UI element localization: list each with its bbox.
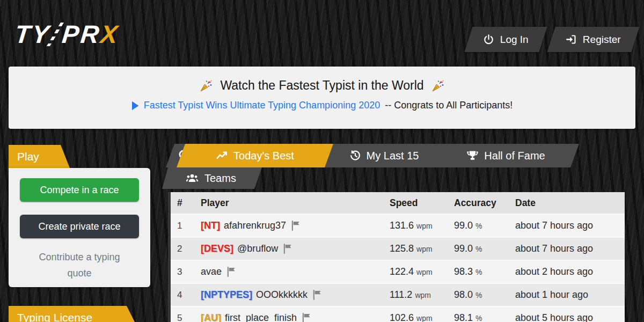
table-body: 1[NT]afahrenkrug37131.6wpm99.0%about 7 h… bbox=[171, 215, 625, 322]
team-tag: [NPTYPES] bbox=[201, 289, 252, 301]
chart-line-icon bbox=[216, 150, 228, 162]
page: TYPRX Log In Register bbox=[0, 0, 644, 322]
accuracy-value: 99.0 bbox=[454, 243, 473, 254]
leaderboard-table: # Player Speed Accuracy Date 1[NT]afahre… bbox=[168, 192, 625, 322]
rank-cell: 5 bbox=[177, 313, 201, 322]
play-card: Compete in a race Create private race Co… bbox=[9, 168, 150, 287]
player-name-link[interactable]: first_place_finish bbox=[225, 312, 297, 322]
rank-cell: 4 bbox=[177, 290, 201, 301]
accuracy-value: 99.0 bbox=[454, 220, 473, 231]
team-tag: [DEVS] bbox=[201, 243, 233, 254]
tab-hall-of-fame[interactable]: Hall of Fame bbox=[453, 144, 558, 167]
speed-cell: 122.4wpm bbox=[390, 266, 454, 277]
register-button[interactable]: Register bbox=[547, 27, 640, 52]
speed-value: 102.6 bbox=[390, 312, 414, 322]
player-cell: [AU]first_place_finish bbox=[201, 312, 390, 322]
announcement-banner: Watch the Fastest Typist in the World Fa… bbox=[9, 67, 635, 129]
login-button[interactable]: Log In bbox=[465, 27, 547, 52]
logo-text-accent: X bbox=[99, 19, 120, 49]
sign-in-icon bbox=[566, 34, 577, 45]
player-name-link[interactable]: afahrenkrug37 bbox=[224, 220, 286, 231]
compete-race-button[interactable]: Compete in a race bbox=[20, 178, 139, 202]
player-cell: [NPTYPES]OOOkkkkkk bbox=[201, 289, 390, 301]
accuracy-unit: % bbox=[475, 268, 482, 276]
flag-icon bbox=[226, 266, 237, 277]
logo-text-right: PR bbox=[61, 19, 102, 49]
logo-text-left: TY bbox=[13, 19, 52, 49]
table-row: 3avae122.4wpm98.3%about 2 hours ago bbox=[171, 261, 625, 284]
accuracy-value: 98.0 bbox=[454, 289, 473, 300]
banner-subtitle-row: Fastest Typist Wins Ultimate Typing Cham… bbox=[9, 100, 635, 111]
play-triangle-icon bbox=[131, 101, 139, 111]
speed-unit: wpm bbox=[416, 268, 433, 276]
speed-value: 111.2 bbox=[390, 289, 412, 300]
flag-icon bbox=[291, 220, 301, 231]
tab-todays-best[interactable]: Today's Best bbox=[177, 144, 333, 167]
accuracy-unit: % bbox=[475, 291, 482, 299]
tab-label: Today's Best bbox=[233, 150, 294, 162]
flag-icon bbox=[302, 312, 312, 322]
rank-cell: 1 bbox=[177, 221, 201, 231]
tab-my-last-15[interactable]: My Last 15 bbox=[337, 144, 431, 167]
accuracy-value: 98.3 bbox=[454, 266, 473, 277]
speed-unit: wpm bbox=[416, 314, 433, 322]
player-cell: [DEVS]@bruflow bbox=[201, 243, 390, 254]
player-name-link[interactable]: avae bbox=[201, 266, 222, 277]
accuracy-unit: % bbox=[475, 222, 482, 230]
speed-unit: wpm bbox=[416, 222, 433, 230]
tab-label: My Last 15 bbox=[367, 150, 419, 162]
speed-value: 122.4 bbox=[390, 266, 414, 277]
player-cell: avae bbox=[201, 266, 390, 277]
header-rank: # bbox=[177, 197, 201, 209]
history-icon bbox=[349, 150, 361, 162]
date-cell: about 2 hours ago bbox=[515, 266, 625, 277]
rank-cell: 3 bbox=[177, 267, 201, 277]
create-private-race-button[interactable]: Create private race bbox=[20, 215, 139, 238]
tab-label: Teams bbox=[204, 172, 236, 185]
speed-unit: wpm bbox=[416, 245, 433, 253]
tab-teams[interactable]: Teams bbox=[162, 167, 262, 189]
table-row: 4[NPTYPES]OOOkkkkkk111.2wpm98.0%about 1 … bbox=[171, 284, 625, 307]
header-player: Player bbox=[201, 197, 390, 209]
login-label: Log In bbox=[500, 34, 529, 46]
date-cell: about 1 hour ago bbox=[515, 289, 625, 301]
speed-cell: 125.8wpm bbox=[390, 243, 454, 254]
speed-value: 131.6 bbox=[390, 220, 414, 231]
tab-label: Hall of Fame bbox=[484, 150, 545, 162]
rank-cell: 2 bbox=[177, 244, 201, 254]
party-popper-icon bbox=[200, 79, 213, 92]
power-icon bbox=[483, 34, 494, 45]
speed-cell: 131.6wpm bbox=[390, 220, 454, 231]
team-tag: [NT] bbox=[201, 220, 220, 231]
table-row: 2[DEVS]@bruflow125.8wpm99.0%about 7 hour… bbox=[171, 238, 625, 261]
table-header-row: # Player Speed Accuracy Date bbox=[171, 192, 625, 215]
date-cell: about 5 hours ago bbox=[515, 312, 625, 322]
championship-link[interactable]: Fastest Typist Wins Ultimate Typing Cham… bbox=[144, 100, 380, 111]
users-icon bbox=[186, 172, 199, 185]
date-cell: about 7 hours ago bbox=[515, 220, 625, 231]
header-speed: Speed bbox=[390, 197, 454, 209]
accuracy-cell: 98.0% bbox=[454, 289, 515, 301]
play-section-header: Play bbox=[9, 145, 70, 168]
accuracy-unit: % bbox=[475, 245, 482, 253]
table-row: 1[NT]afahrenkrug37131.6wpm99.0%about 7 h… bbox=[171, 215, 625, 238]
accuracy-value: 98.1 bbox=[454, 312, 473, 322]
player-name-link[interactable]: @bruflow bbox=[237, 243, 278, 254]
banner-suffix: -- Congrats to All Participants! bbox=[385, 100, 513, 111]
header-accuracy: Accuracy bbox=[454, 197, 515, 209]
table-row: 5[AU]first_place_finish102.6wpm98.1%abou… bbox=[171, 307, 625, 322]
team-tag: [AU] bbox=[201, 312, 221, 322]
banner-title-row: Watch the Fastest Typist in the World bbox=[9, 78, 635, 93]
player-name-link[interactable]: OOOkkkkkk bbox=[256, 289, 308, 301]
speed-value: 125.8 bbox=[390, 243, 414, 254]
accuracy-cell: 98.1% bbox=[454, 312, 515, 322]
party-popper-icon bbox=[431, 79, 444, 92]
accuracy-cell: 98.3% bbox=[454, 266, 515, 277]
register-label: Register bbox=[583, 34, 621, 46]
accuracy-cell: 99.0% bbox=[454, 243, 515, 254]
speed-unit: wpm bbox=[415, 291, 431, 299]
date-cell: about 7 hours ago bbox=[515, 243, 625, 254]
accuracy-cell: 99.0% bbox=[454, 220, 515, 231]
header-date: Date bbox=[515, 197, 625, 209]
contribute-quote-link[interactable]: Contribute a typing quote bbox=[26, 250, 133, 281]
